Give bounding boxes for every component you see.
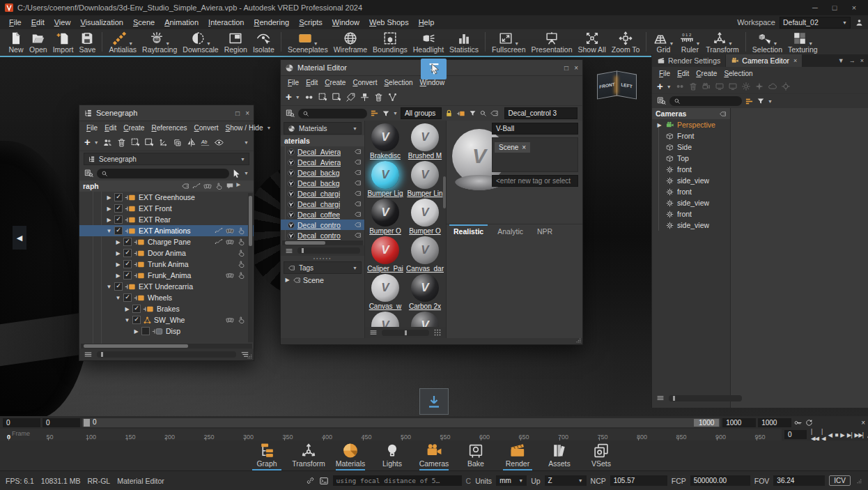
view-cube[interactable]: FRONT LEFT xyxy=(596,66,637,104)
fov-field[interactable]: 36.24 xyxy=(773,475,825,486)
tab-analytic[interactable]: Analytic xyxy=(490,224,530,238)
visibility-checkbox[interactable]: ✓ xyxy=(114,282,123,291)
pick-mode-icon[interactable] xyxy=(232,169,241,178)
tool-sceneplates[interactable]: ▼Sceneplates xyxy=(285,30,331,54)
expander-icon[interactable]: ▶ xyxy=(124,306,130,312)
material-thumbnail-bumper-o[interactable]: VBumper O xyxy=(407,199,443,235)
main-menu-edit[interactable]: Edit xyxy=(26,17,49,28)
fcp-field[interactable]: 500000.00 xyxy=(690,475,750,486)
remove-tag-icon[interactable]: × xyxy=(522,144,526,151)
main-menu-animation[interactable]: Animation xyxy=(160,17,203,28)
link-icon[interactable] xyxy=(306,476,315,485)
camera-editor-menu-selection[interactable]: Selection xyxy=(720,69,756,78)
tag-icon[interactable] xyxy=(354,148,362,155)
console-output[interactable]: using focal distance of 5… xyxy=(333,475,462,486)
range-right-handle[interactable]: 1000 xyxy=(694,419,719,427)
resize-grip[interactable] xyxy=(245,352,253,360)
material-thumbnail-canvas-w[interactable]: VCanvas_w xyxy=(367,274,403,310)
search-icon[interactable] xyxy=(479,109,487,117)
tab-realistic[interactable]: Realistic xyxy=(447,224,490,238)
filter-icon[interactable] xyxy=(382,109,390,118)
visibility-checkbox[interactable]: ✓ xyxy=(114,193,123,201)
visibility-checkbox[interactable]: ✓ xyxy=(123,249,132,257)
module-render[interactable]: Render xyxy=(500,441,535,470)
panel-close-icon[interactable]: × xyxy=(860,57,864,64)
expander-icon[interactable]: ▶ xyxy=(106,206,112,212)
scenegraph-menu-overflow-icon[interactable]: ▼ xyxy=(267,125,274,130)
splitter-handle[interactable]: •••••• xyxy=(281,256,364,261)
material-editor-maximize[interactable]: □ xyxy=(564,64,568,72)
cameras-column-header[interactable]: Cameras xyxy=(652,108,730,119)
size-slider[interactable] xyxy=(297,247,360,254)
scenegraph-menu-file[interactable]: File xyxy=(83,123,101,132)
material-editor-menu-create[interactable]: Create xyxy=(321,78,349,87)
main-menu-scene[interactable]: Scene xyxy=(128,17,160,28)
node-graph-icon[interactable] xyxy=(387,92,398,102)
material-item-decal-backg[interactable]: Decal_backg xyxy=(281,167,364,178)
timeline-range-slider[interactable]: 0 1000 xyxy=(82,418,720,427)
module-graph[interactable]: Graph xyxy=(249,441,284,470)
thumbnails-vscrollbar[interactable] xyxy=(443,176,446,208)
tool-open[interactable]: Open xyxy=(26,30,50,54)
expander-icon[interactable]: ▶ xyxy=(115,273,121,279)
search-options-icon[interactable] xyxy=(657,96,667,106)
expander-icon[interactable]: ▶ xyxy=(115,239,121,245)
key-icon[interactable] xyxy=(793,418,803,427)
curve-column-icon[interactable] xyxy=(192,182,201,190)
range-end-field[interactable]: 1000 xyxy=(722,418,756,427)
tool-fullscreen[interactable]: ▼Fullscreen xyxy=(489,30,528,54)
expander-icon[interactable]: ▶ xyxy=(115,261,121,268)
main-menu-file[interactable]: File xyxy=(4,17,26,28)
tool-presentation[interactable]: Presentation xyxy=(529,30,575,54)
visibility-checkbox[interactable]: ✓ xyxy=(114,227,123,235)
panel-detach-icon[interactable]: → xyxy=(849,57,855,64)
module-vsets[interactable]: VSets xyxy=(584,441,619,470)
tool-downscale[interactable]: ▼Downscale xyxy=(180,30,221,54)
tag-column-icon[interactable] xyxy=(181,182,189,190)
tree-item-ext-greenhouse[interactable]: ▶✓EXT Greenhouse xyxy=(79,192,254,203)
pointer-rect-icon[interactable] xyxy=(332,92,342,102)
add-node-button[interactable]: + xyxy=(84,137,91,147)
groups-filter-dropdown[interactable]: All groups xyxy=(401,107,442,119)
camera-item-front[interactable]: front xyxy=(652,164,730,175)
thumbnail-size-slider[interactable] xyxy=(382,330,429,336)
toolbar-overflow-icon[interactable]: ▼ xyxy=(244,140,249,145)
icon-size-slider[interactable] xyxy=(97,351,236,358)
tag-icon[interactable] xyxy=(354,169,362,176)
expander-icon[interactable]: ▼ xyxy=(115,295,121,301)
module-bake[interactable]: Bake xyxy=(458,441,493,470)
people-icon[interactable] xyxy=(102,137,113,148)
tree-item-ext-front[interactable]: ▶✓EXT Front xyxy=(79,203,254,214)
select-rect-icon[interactable] xyxy=(130,137,141,148)
tool-transform[interactable]: ▼Transform xyxy=(703,30,741,54)
material-item-decal-aviera[interactable]: Decal_Aviera xyxy=(281,157,364,167)
terminal-icon[interactable] xyxy=(319,476,329,486)
tool-raytracing[interactable]: CPU▼Raytracing xyxy=(139,30,180,54)
prev-variant-arrow[interactable]: ◀ xyxy=(13,226,26,250)
filter-icon[interactable] xyxy=(469,109,476,117)
tool-wireframe[interactable]: Wireframe xyxy=(331,30,370,54)
dup-axis-icon[interactable] xyxy=(172,137,183,148)
visibility-checkbox[interactable]: ✓ xyxy=(123,260,132,268)
main-menu-interaction[interactable]: Interaction xyxy=(203,17,249,28)
tool-new[interactable]: New xyxy=(6,30,26,54)
add-caret-icon[interactable]: ▼ xyxy=(295,95,300,100)
loop-icon[interactable] xyxy=(805,418,814,427)
range-end-field-2[interactable]: 1000 xyxy=(758,418,791,427)
tool-grid[interactable]: ▼Grid xyxy=(650,30,676,54)
scenegraph-menu-create[interactable]: Create xyxy=(120,123,148,132)
camera-item-front[interactable]: front xyxy=(652,208,730,220)
tag-icon[interactable] xyxy=(354,221,362,229)
scenegraph-view-dropdown[interactable]: Scenegraph ▼ xyxy=(84,153,249,165)
camera-item-side-view[interactable]: side_view xyxy=(652,220,730,231)
list-options-icon[interactable] xyxy=(656,394,665,402)
materials-dropdown[interactable]: Materials ▼ xyxy=(284,122,362,135)
tags-dropdown[interactable]: Tags ▼ xyxy=(284,261,362,274)
trash-icon[interactable] xyxy=(373,92,384,102)
expander-icon[interactable]: ▼ xyxy=(124,317,130,323)
module-lights[interactable]: Lights xyxy=(375,441,410,470)
search-options-icon[interactable] xyxy=(286,109,295,118)
close-button[interactable]: × xyxy=(845,1,863,15)
scenegraph-vscrollbar[interactable] xyxy=(248,193,253,342)
panel-tab-camera-editor[interactable]: Camera Editor× xyxy=(726,54,802,67)
